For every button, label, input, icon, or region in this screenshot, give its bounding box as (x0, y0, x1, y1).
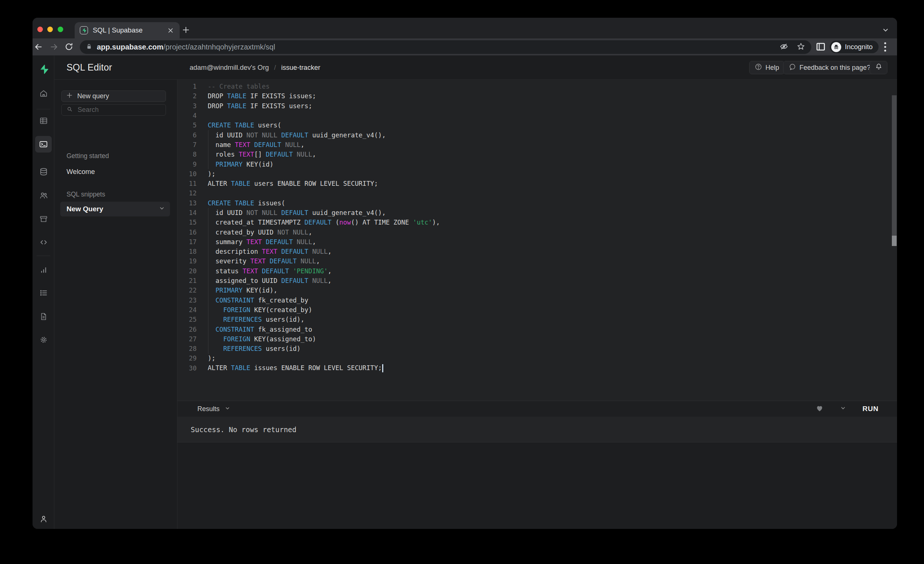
code-line[interactable]: 24 FOREIGN KEY(created_by) (177, 305, 897, 315)
code-line[interactable]: 18 description TEXT DEFAULT NULL, (177, 247, 897, 256)
side-panel-icon[interactable] (816, 43, 825, 52)
refresh-icon[interactable] (64, 42, 74, 53)
line-content: id UUID NOT NULL DEFAULT uuid_generate_v… (208, 132, 386, 139)
url-bar[interactable]: app.supabase.com/project/azahtnhqohyjerz… (80, 40, 811, 54)
code-line[interactable]: 7 name TEXT DEFAULT NULL, (177, 140, 897, 150)
code-line[interactable]: 14 id UUID NOT NULL DEFAULT uuid_generat… (177, 208, 897, 218)
search-input[interactable]: Search (62, 104, 166, 115)
line-content: description TEXT DEFAULT NULL, (208, 248, 332, 255)
zoom-window-button[interactable] (58, 27, 63, 32)
code-line[interactable]: 15 created_at TIMESTAMPTZ DEFAULT (now()… (177, 218, 897, 227)
code-line[interactable]: 29); (177, 353, 897, 363)
back-icon[interactable] (34, 42, 43, 53)
authentication-users-icon[interactable] (35, 187, 52, 203)
minimize-window-button[interactable] (47, 27, 53, 32)
feedback-button[interactable]: Feedback on this page? (783, 61, 876, 74)
code-line[interactable]: 21 assigned_to UUID DEFAULT NULL, (177, 276, 897, 286)
code-line[interactable]: 5CREATE TABLE users( (177, 120, 897, 130)
code-line[interactable]: 4 (177, 111, 897, 120)
bookmark-star-icon[interactable] (796, 42, 806, 52)
code-line[interactable]: 13CREATE TABLE issues( (177, 198, 897, 208)
line-content: CREATE TABLE users( (208, 121, 281, 129)
tab-close-icon[interactable] (166, 26, 174, 34)
storage-icon[interactable] (35, 211, 52, 227)
code-line[interactable]: 28 REFERENCES users(id) (177, 344, 897, 353)
code-line[interactable]: 2DROP TABLE IF EXISTS issues; (177, 91, 897, 101)
code-line[interactable]: 20 status TEXT DEFAULT 'PENDING', (177, 266, 897, 276)
account-person-icon[interactable] (35, 510, 52, 527)
run-options-chevron-icon[interactable] (840, 405, 846, 413)
line-content: created_at TIMESTAMPTZ DEFAULT (now() AT… (208, 218, 440, 226)
home-icon[interactable] (35, 85, 52, 102)
sql-editor-icon[interactable] (35, 136, 52, 153)
results-dropdown[interactable]: Results (197, 405, 230, 413)
sql-code-editor[interactable]: 1-- Create tables2DROP TABLE IF EXISTS i… (177, 80, 897, 401)
results-empty-area (177, 443, 897, 529)
code-line[interactable]: 22 PRIMARY KEY(id), (177, 286, 897, 295)
breadcrumb-project[interactable]: issue-tracker (281, 64, 321, 72)
supabase-logo-icon[interactable] (39, 64, 49, 75)
browser-tab[interactable]: SQL | Supabase (75, 22, 180, 39)
text-cursor (382, 364, 383, 372)
code-line[interactable]: 23 CONSTRAINT fk_created_by (177, 295, 897, 305)
section-sql-snippets: SQL snippets (66, 191, 105, 198)
line-content: name TEXT DEFAULT NULL, (208, 141, 304, 148)
sidebar-item-welcome[interactable]: Welcome (66, 168, 95, 176)
code-line[interactable]: 12 (177, 188, 897, 198)
line-number: 4 (177, 112, 196, 119)
line-content: FOREIGN KEY(assigned_to) (208, 335, 316, 343)
sidebar-item-new-query[interactable]: New Query (60, 202, 170, 217)
browser-menu-icon[interactable] (884, 41, 886, 54)
line-content: REFERENCES users(id) (208, 345, 300, 352)
code-line[interactable]: 11ALTER TABLE users ENABLE ROW LEVEL SEC… (177, 179, 897, 188)
line-number: 12 (177, 190, 196, 197)
settings-gear-icon[interactable] (35, 331, 52, 348)
code-line[interactable]: 10); (177, 169, 897, 179)
results-bar: Results RUN (177, 401, 897, 417)
app-header: SQL Editor adam@windmill.dev's Org / iss… (54, 55, 897, 80)
reports-chart-icon[interactable] (35, 262, 52, 278)
line-number: 16 (177, 229, 196, 236)
forward-icon[interactable] (49, 42, 59, 53)
chevron-down-icon[interactable] (159, 205, 165, 213)
line-number: 5 (177, 121, 196, 129)
line-number: 11 (177, 180, 196, 187)
help-button[interactable]: Help (749, 61, 784, 74)
password-eye-slash-icon[interactable] (780, 42, 788, 52)
close-window-button[interactable] (38, 27, 43, 32)
code-line[interactable]: 26 CONSTRAINT fk_assigned_to (177, 324, 897, 334)
url-path: /project/azahtnhqohyjerzaxtmk/sql (164, 43, 275, 51)
database-icon[interactable] (35, 163, 52, 180)
table-editor-icon[interactable] (35, 112, 52, 129)
code-line[interactable]: 27 FOREIGN KEY(assigned_to) (177, 334, 897, 344)
line-content: ); (208, 170, 216, 178)
editor-scrollbar[interactable] (892, 95, 897, 246)
notifications-button[interactable] (870, 61, 887, 74)
favorite-heart-icon[interactable] (815, 404, 824, 414)
new-tab-button[interactable] (182, 26, 190, 36)
snippet-label: New Query (66, 205, 103, 213)
code-line[interactable]: 1-- Create tables (177, 82, 897, 91)
new-query-button[interactable]: New query (62, 90, 166, 102)
code-line[interactable]: 30ALTER TABLE issues ENABLE ROW LEVEL SE… (177, 364, 897, 373)
run-button[interactable]: RUN (862, 405, 879, 413)
line-number: 2 (177, 92, 196, 100)
code-line[interactable]: 25 REFERENCES users(id), (177, 315, 897, 324)
logs-list-icon[interactable] (35, 284, 52, 301)
edge-functions-code-icon[interactable] (35, 234, 52, 250)
code-line[interactable]: 9 PRIMARY KEY(id) (177, 159, 897, 169)
line-number: 10 (177, 170, 196, 178)
code-line[interactable]: 3DROP TABLE IF EXISTS users; (177, 101, 897, 111)
code-line[interactable]: 8 roles TEXT[] DEFAULT NULL, (177, 150, 897, 159)
editor-scrollbar-thumb[interactable] (892, 236, 897, 246)
code-line[interactable]: 16 created_by UUID NOT NULL, (177, 227, 897, 237)
code-line[interactable]: 6 id UUID NOT NULL DEFAULT uuid_generate… (177, 130, 897, 140)
code-line[interactable]: 17 summary TEXT DEFAULT NULL, (177, 237, 897, 247)
feedback-label: Feedback on this page? (800, 64, 870, 72)
line-number: 7 (177, 141, 196, 148)
tab-search-chevron-icon[interactable] (882, 26, 889, 35)
docs-file-icon[interactable] (35, 308, 52, 325)
bell-icon (875, 63, 883, 72)
breadcrumb-org[interactable]: adam@windmill.dev's Org (190, 64, 269, 72)
code-line[interactable]: 19 severity TEXT DEFAULT NULL, (177, 256, 897, 266)
